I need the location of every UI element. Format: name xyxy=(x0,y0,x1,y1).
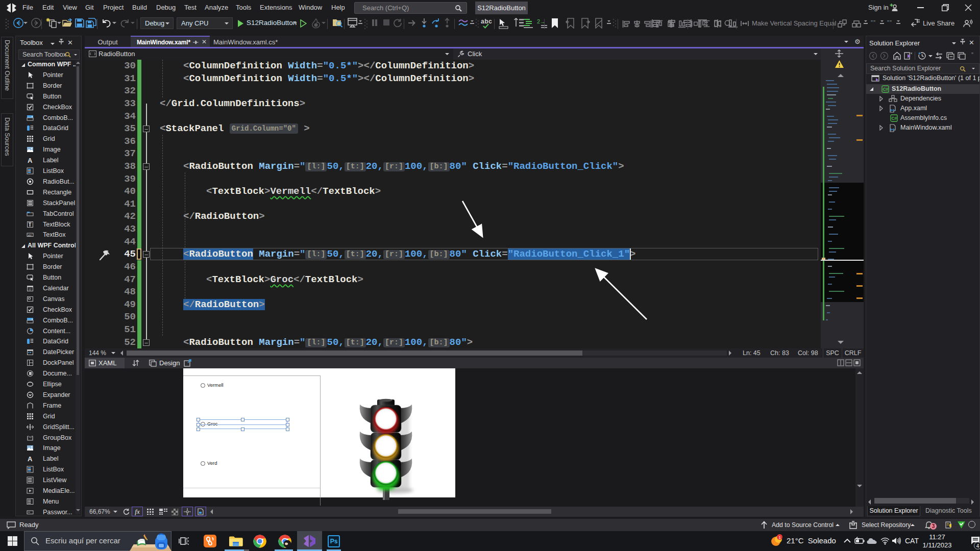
svg-text:abl: abl xyxy=(28,234,32,237)
svg-text:**: ** xyxy=(28,511,31,514)
svg-text:T: T xyxy=(29,222,32,228)
svg-text:C#: C# xyxy=(883,87,888,92)
svg-text:C#: C# xyxy=(891,116,897,121)
svg-text:1: 1 xyxy=(779,535,781,540)
svg-text:12: 12 xyxy=(29,288,32,291)
svg-text:A: A xyxy=(28,157,33,164)
svg-text:xy: xy xyxy=(29,435,32,438)
svg-text:A: A xyxy=(28,455,33,462)
